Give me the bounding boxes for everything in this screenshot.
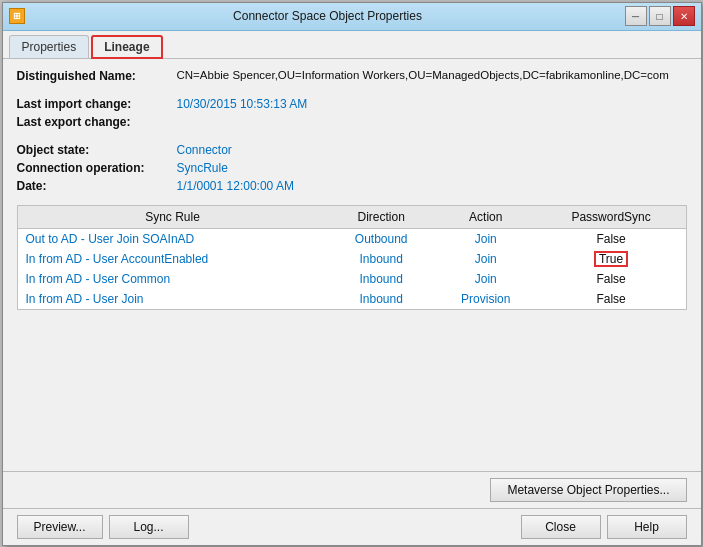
content-area: Distinguished Name: CN=Abbie Spencer,OU=… — [3, 59, 701, 471]
tab-bar: Properties Lineage — [3, 31, 701, 59]
connection-op-value: SyncRule — [177, 161, 228, 175]
date-value: 1/1/0001 12:00:00 AM — [177, 179, 294, 193]
bottom-bar-left: Preview... Log... — [17, 515, 189, 539]
sync-table: Sync Rule Direction Action PasswordSync … — [18, 206, 686, 309]
date-row: Date: 1/1/0001 12:00:00 AM — [17, 179, 687, 193]
table-row: In from AD - User AccountEnabledInboundJ… — [18, 249, 686, 269]
action-cell: Provision — [435, 289, 537, 309]
tab-properties[interactable]: Properties — [9, 35, 90, 58]
close-window-button[interactable]: ✕ — [673, 6, 695, 26]
password-sync-cell: False — [537, 269, 686, 289]
col-password-sync: PasswordSync — [537, 206, 686, 229]
close-button[interactable]: Close — [521, 515, 601, 539]
main-window: ⊞ Connector Space Object Properties ─ □ … — [2, 2, 702, 546]
date-label: Date: — [17, 179, 177, 193]
title-controls: ─ □ ✕ — [625, 6, 695, 26]
tab-lineage[interactable]: Lineage — [91, 35, 162, 59]
sync-rule-cell: Out to AD - User Join SOAInAD — [18, 228, 328, 249]
sync-rule-cell: In from AD - User AccountEnabled — [18, 249, 328, 269]
sync-rule-cell: In from AD - User Common — [18, 269, 328, 289]
metaverse-footer: Metaverse Object Properties... — [3, 471, 701, 508]
help-button[interactable]: Help — [607, 515, 687, 539]
preview-button[interactable]: Preview... — [17, 515, 103, 539]
last-import-value: 10/30/2015 10:53:13 AM — [177, 97, 308, 111]
log-button[interactable]: Log... — [109, 515, 189, 539]
connection-op-row: Connection operation: SyncRule — [17, 161, 687, 175]
col-sync-rule: Sync Rule — [18, 206, 328, 229]
dn-label: Distinguished Name: — [17, 69, 177, 83]
table-row: Out to AD - User Join SOAInADOutboundJoi… — [18, 228, 686, 249]
col-action: Action — [435, 206, 537, 229]
title-bar: ⊞ Connector Space Object Properties ─ □ … — [3, 3, 701, 31]
action-cell: Join — [435, 269, 537, 289]
dn-value: CN=Abbie Spencer,OU=Information Workers,… — [177, 69, 669, 81]
direction-cell: Inbound — [328, 269, 435, 289]
object-state-row: Object state: Connector — [17, 143, 687, 157]
window-icon: ⊞ — [9, 8, 25, 24]
window-title: Connector Space Object Properties — [31, 9, 625, 23]
action-cell: Join — [435, 249, 537, 269]
dn-row: Distinguished Name: CN=Abbie Spencer,OU=… — [17, 69, 687, 83]
bottom-bar-right: Close Help — [521, 515, 687, 539]
minimize-button[interactable]: ─ — [625, 6, 647, 26]
object-state-value: Connector — [177, 143, 232, 157]
connection-op-label: Connection operation: — [17, 161, 177, 175]
action-cell: Join — [435, 228, 537, 249]
direction-cell: Inbound — [328, 289, 435, 309]
col-direction: Direction — [328, 206, 435, 229]
last-import-label: Last import change: — [17, 97, 177, 111]
sync-table-container: Sync Rule Direction Action PasswordSync … — [17, 205, 687, 310]
table-row: In from AD - User CommonInboundJoinFalse — [18, 269, 686, 289]
table-header-row: Sync Rule Direction Action PasswordSync — [18, 206, 686, 229]
direction-cell: Outbound — [328, 228, 435, 249]
last-import-row: Last import change: 10/30/2015 10:53:13 … — [17, 97, 687, 111]
password-sync-cell: False — [537, 289, 686, 309]
direction-cell: Inbound — [328, 249, 435, 269]
highlighted-value: True — [595, 252, 627, 266]
last-export-row: Last export change: — [17, 115, 687, 129]
sync-rule-cell: In from AD - User Join — [18, 289, 328, 309]
table-row: In from AD - User JoinInboundProvisionFa… — [18, 289, 686, 309]
password-sync-cell: False — [537, 228, 686, 249]
object-state-label: Object state: — [17, 143, 177, 157]
password-sync-cell: True — [537, 249, 686, 269]
metaverse-object-button[interactable]: Metaverse Object Properties... — [490, 478, 686, 502]
last-export-label: Last export change: — [17, 115, 177, 129]
bottom-bar: Preview... Log... Close Help — [3, 508, 701, 545]
maximize-button[interactable]: □ — [649, 6, 671, 26]
